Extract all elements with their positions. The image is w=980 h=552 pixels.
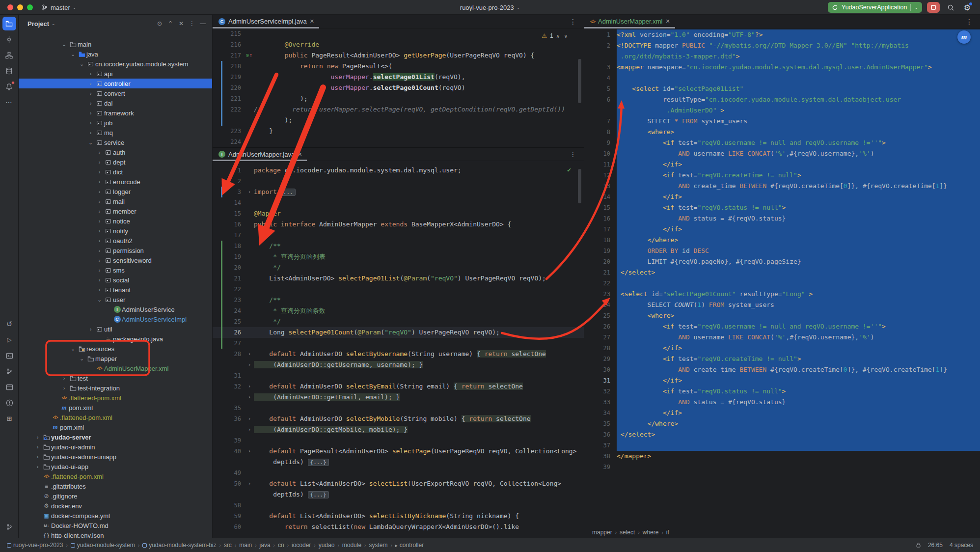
code-line-9[interactable]: 9 <if test="reqVO.username != null and r…	[584, 138, 980, 148]
tree-item-service[interactable]: ⌄service	[19, 138, 212, 147]
code-line-59[interactable]: 59 default List<AdminUserDO> selectListB…	[213, 511, 584, 522]
gutter[interactable]: 13	[584, 181, 617, 192]
gutter[interactable]: 19	[584, 246, 617, 256]
tree-item-dict[interactable]: ›dict	[19, 167, 212, 177]
code-line-15[interactable]: 15 <if test="reqVO.status != null">	[584, 202, 980, 213]
code-line-16[interactable]: 16public interface AdminUserMapper exten…	[213, 219, 584, 230]
notifications-tool-icon[interactable]	[2, 80, 16, 93]
run-configuration-button[interactable]: YudaoServerApplication ⌄	[828, 2, 922, 13]
close-tab-icon[interactable]: ✕	[666, 18, 670, 25]
gutter[interactable]: 31	[584, 375, 617, 386]
code-line-21[interactable]: 21 List<AdminUserDO> selectPage01List(@P…	[213, 273, 584, 284]
fold-chevron-icon[interactable]: ›	[248, 424, 251, 435]
gutter[interactable]	[584, 51, 617, 62]
search-button[interactable]	[945, 1, 956, 13]
caret-position[interactable]: 26:65	[928, 542, 943, 549]
tree-item-yudao-server[interactable]: ›yudao-server	[19, 432, 212, 442]
gutter[interactable]: 11	[584, 159, 617, 170]
chevron-collapsed-icon[interactable]: ›	[33, 464, 42, 469]
tree-item-dept[interactable]: ›dept	[19, 157, 212, 167]
code-line-wrap[interactable]: deptIds) {...}	[213, 489, 584, 500]
code-line-24[interactable]: 24 SELECT COUNT(1) FROM system_users	[584, 300, 980, 310]
tree-item-convert[interactable]: ›convert	[19, 88, 212, 98]
editor-adminuserserviceimpl[interactable]: ⚠ 1 ∧ ∨ 215216 @Override217⊙↑ public Pag…	[213, 28, 584, 147]
tab-options-kebab-icon[interactable]: ⋮	[966, 18, 973, 26]
code-line-217[interactable]: 217⊙↑ public PageResult<AdminUserDO> get…	[213, 50, 584, 61]
tree-item-sms[interactable]: ›sms	[19, 265, 212, 275]
gutter[interactable]: 17	[584, 224, 617, 235]
gutter[interactable]: 49	[213, 468, 254, 478]
console-tool-icon[interactable]	[2, 380, 16, 394]
gutter[interactable]: 36›	[213, 414, 254, 424]
code-line-7[interactable]: 7 SELECT * FROM system_users	[584, 116, 980, 127]
chevron-collapsed-icon[interactable]: ›	[86, 71, 95, 77]
override-gutter-icon[interactable]: ⊙↑	[246, 50, 252, 61]
gutter[interactable]: ›	[213, 424, 254, 435]
chevron-collapsed-icon[interactable]: ›	[95, 228, 104, 234]
gutter[interactable]: 14	[584, 192, 617, 202]
gutter[interactable]: 32	[584, 386, 617, 397]
gutter[interactable]: 30	[584, 364, 617, 375]
tree-item-.gitattributes[interactable]: ≡.gitattributes	[19, 481, 212, 491]
tree-item-dal[interactable]: ›dal	[19, 98, 212, 108]
close-tab-icon[interactable]: ✕	[310, 18, 314, 25]
tree-item-mapper[interactable]: ⌄mapper	[19, 354, 212, 363]
gutter[interactable]: 33	[584, 397, 617, 408]
tree-item-docker-howto.md[interactable]: M↓Docker-HOWTO.md	[19, 521, 212, 530]
code-line-49[interactable]: 49	[213, 468, 584, 478]
gutter[interactable]: 10	[584, 148, 617, 159]
gutter[interactable]: 4	[584, 73, 617, 83]
gutter[interactable]: 21	[213, 273, 254, 284]
code-line-33[interactable]: 33 AND status = #{reqVO.status}	[584, 397, 980, 408]
path-item-main[interactable]: main	[239, 542, 252, 549]
status-path-breadcrumb[interactable]: ruoyi-vue-pro-2023›yudao-module-system›y…	[7, 542, 424, 549]
chevron-collapsed-icon[interactable]: ›	[95, 267, 104, 273]
code-line-39[interactable]: 39	[213, 435, 584, 446]
stop-button[interactable]	[927, 2, 940, 13]
code-line-29[interactable]: 29 <if test="reqVO.createTime != null">	[584, 354, 980, 364]
code-line-2[interactable]: 2<!DOCTYPE mapper PUBLIC "-//mybatis.org…	[584, 40, 980, 51]
gutter[interactable]: 2	[213, 176, 254, 187]
gutter[interactable]	[584, 105, 617, 116]
gutter[interactable]: 15	[213, 208, 254, 219]
code-line-wrap[interactable]: › (AdminUserDO::getEmail, email); }	[213, 392, 584, 403]
code-line-13[interactable]: 13 AND create_time BETWEEN #{reqVO.creat…	[584, 181, 980, 192]
path-item-ruoyi-vue-pro-2023[interactable]: ruoyi-vue-pro-2023	[7, 542, 63, 549]
gutter[interactable]: 3›	[213, 187, 254, 197]
code-line-4[interactable]: 4	[584, 73, 980, 83]
project-tool-icon[interactable]	[2, 17, 16, 30]
code-line-27[interactable]: 27	[213, 338, 584, 349]
tree-item-resources[interactable]: ⌄resources	[19, 344, 212, 354]
indent-setting[interactable]: 4 spaces	[950, 542, 973, 549]
gutter[interactable]: 19	[213, 251, 254, 262]
chevron-collapsed-icon[interactable]: ›	[95, 179, 104, 185]
history-tool-icon[interactable]: ↺	[2, 317, 16, 331]
gutter[interactable]: 223	[213, 126, 254, 137]
code-line-16[interactable]: 16 AND status = #{reqVO.status}	[584, 213, 980, 224]
chevron-down-icon[interactable]: ⌄	[52, 21, 55, 26]
path-item-yudao-module-system[interactable]: yudao-module-system	[71, 542, 135, 549]
editor-adminusermapper-java[interactable]: ✔ 1package cn.iocoder.yudao.module.syste…	[213, 161, 584, 537]
gutter[interactable]: 26	[584, 321, 617, 332]
path-item-src[interactable]: src	[224, 542, 232, 549]
gutter[interactable]: 37	[584, 440, 617, 451]
tree-item-test[interactable]: ›test	[19, 373, 212, 383]
git-branch-widget[interactable]: master ⌄	[41, 0, 76, 15]
fold-chevron-icon[interactable]: ›	[248, 446, 251, 457]
gutter[interactable]: 27	[213, 338, 254, 349]
run-tool-icon[interactable]: ▷	[2, 333, 16, 347]
gutter[interactable]: 8	[584, 127, 617, 138]
code-line-36[interactable]: 36› default AdminUserDO selectByMobile(S…	[213, 414, 584, 424]
gutter[interactable]: 23	[584, 289, 617, 300]
code-line-34[interactable]: 34 </if>	[584, 408, 980, 418]
tree-item-pom.xml[interactable]: mpom.xml	[19, 403, 212, 413]
code-line-223[interactable]: 223 }	[213, 126, 584, 137]
code-line-219[interactable]: 219 userMapper.selectPage01List(reqVO),	[213, 72, 584, 83]
code-line-35[interactable]: 35	[213, 403, 584, 414]
tab-adminusermapper-java[interactable]: I AdminUserMapper.java ✕	[213, 147, 307, 161]
close-icon[interactable]: ✕	[176, 20, 187, 27]
gutter[interactable]: 18	[213, 241, 254, 251]
locate-file-icon[interactable]: ⊙	[154, 20, 165, 27]
gutter[interactable]: 21	[584, 267, 617, 278]
tab-adminuserserviceimpl-java[interactable]: C AdminUserServiceImpl.java ✕	[213, 15, 319, 28]
